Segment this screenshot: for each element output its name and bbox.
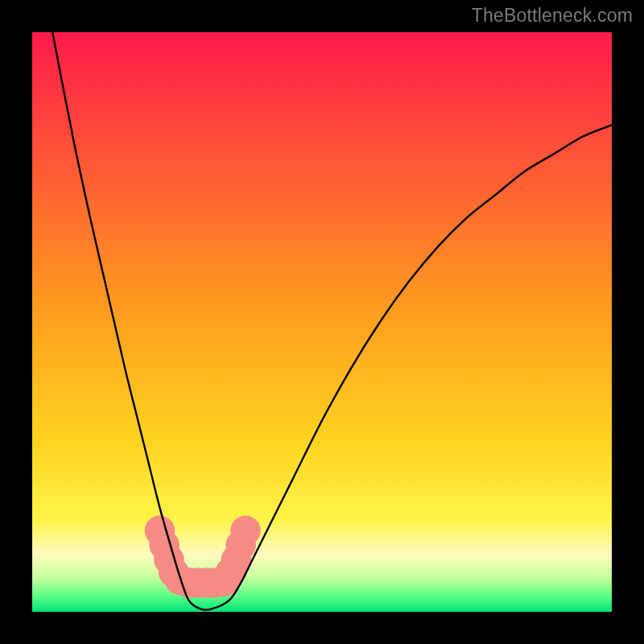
chart-svg: [32, 32, 612, 612]
plot-area: [32, 32, 612, 612]
coral-blob: [230, 515, 260, 545]
watermark-text: TheBottleneck.com: [472, 5, 633, 27]
chart-frame: TheBottleneck.com: [0, 0, 644, 644]
gradient-background: [32, 32, 612, 612]
